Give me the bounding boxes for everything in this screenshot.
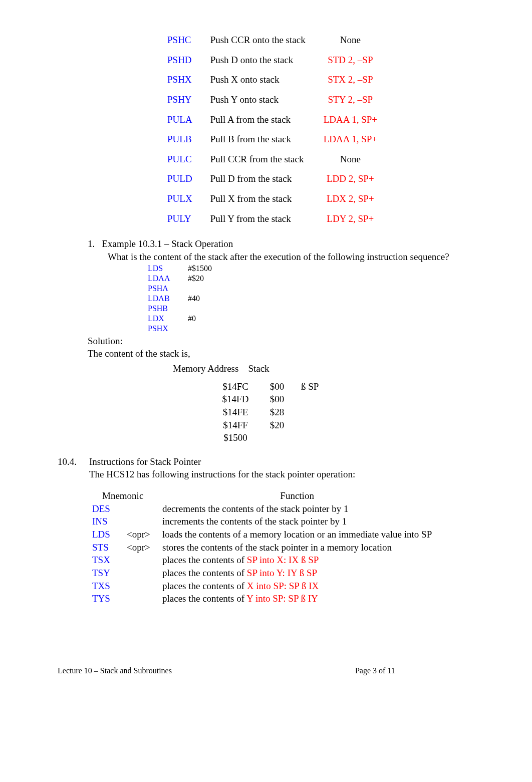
mnemonic-table-header: Mnemonic Function	[89, 489, 435, 502]
stack-op-mnemonic: PULY	[158, 209, 201, 229]
stack-op-row: PULDPull D from the stackLDD 2, SP+	[158, 169, 386, 189]
function-prefix: places the contents of	[162, 555, 247, 565]
mnemonic-row: TXSplaces the contents of X into SP: SP …	[89, 580, 435, 593]
memory-sp	[296, 406, 336, 419]
stack-op-mnemonic: PULC	[158, 149, 201, 169]
mnemonic-cell: TSX	[89, 554, 124, 567]
solution-label: Solution:	[58, 335, 487, 348]
stack-op-row: PULAPull A from the stackLDAA 1, SP+	[158, 110, 386, 130]
stack-op-equivalent: STD 2, –SP	[315, 50, 386, 70]
operand-cell	[124, 554, 159, 567]
example-heading: 1. Example 10.3.1 – Stack Operation	[58, 237, 487, 250]
operand-cell	[124, 502, 159, 515]
stack-op-desc: Push X onto stack	[201, 70, 315, 90]
function-red: SP into X: IX ß SP	[247, 555, 319, 565]
stack-op-equivalent: LDD 2, SP+	[315, 169, 386, 189]
mnemonic-row: DESdecrements the contents of the stack …	[89, 502, 435, 515]
mnemonic-header: Mnemonic	[89, 489, 159, 502]
stack-op-row: PSHXPush X onto stackSTX 2, –SP	[158, 70, 386, 90]
stack-op-equivalent: None	[315, 30, 386, 50]
memory-sp	[296, 393, 336, 406]
operand-cell	[124, 592, 159, 605]
function-red: SP into Y: IY ß SP	[247, 568, 317, 578]
stack-op-row: PULXPull X from the stackLDX 2, SP+	[158, 189, 386, 209]
mnemonic-cell: TXS	[89, 580, 124, 593]
memory-address: $1500	[213, 431, 258, 444]
footer-left: Lecture 10 – Stack and Subroutines	[58, 665, 268, 676]
function-cell: increments the contents of the stack poi…	[159, 515, 435, 528]
memory-row: $14FC$00ß SP	[213, 380, 336, 393]
memory-value: $20	[258, 419, 296, 432]
code-line: PSHA	[148, 284, 487, 294]
operand-cell	[124, 567, 159, 580]
memory-sp: ß SP	[296, 380, 336, 393]
code-line: LDAB#40	[148, 294, 487, 304]
function-red: Y into SP: SP ß IY	[246, 593, 318, 604]
stack-op-equivalent: LDY 2, SP+	[315, 209, 386, 229]
operand-cell	[124, 515, 159, 528]
stack-op-mnemonic: PSHC	[158, 30, 201, 50]
mnemonic-row: TSXplaces the contents of SP into X: IX …	[89, 554, 435, 567]
stack-op-desc: Pull X from the stack	[201, 189, 315, 209]
memory-row: $14FF$20	[213, 419, 336, 432]
code-arg: #40	[188, 294, 200, 303]
stack-op-row: PULBPull B from the stackLDAA 1, SP+	[158, 129, 386, 149]
stack-op-mnemonic: PULD	[158, 169, 201, 189]
code-mnemonic: LDS	[148, 264, 188, 274]
code-line: PSHX	[148, 324, 487, 334]
mem-head-stack: Stack	[248, 363, 269, 374]
code-arg: #0	[188, 314, 196, 323]
operand-cell: <opr>	[124, 541, 159, 554]
memory-value: $00	[258, 380, 296, 393]
function-header: Function	[159, 489, 435, 502]
section-10-4-heading: 10.4. Instructions for Stack Pointer	[58, 455, 487, 468]
function-cell: decrements the contents of the stack poi…	[159, 502, 435, 515]
function-cell: loads the contents of a memory location …	[159, 528, 435, 541]
stack-op-equivalent: None	[315, 149, 386, 169]
stack-ops-table: PSHCPush CCR onto the stackNonePSHDPush …	[158, 30, 386, 228]
code-arg: #$20	[188, 274, 204, 283]
code-mnemonic: LDX	[148, 314, 188, 324]
stack-op-row: PSHCPush CCR onto the stackNone	[158, 30, 386, 50]
page-footer: Lecture 10 – Stack and Subroutines Page …	[58, 665, 487, 676]
memory-table: $14FC$00ß SP$14FD$00$14FE$28$14FF$20$150…	[213, 380, 336, 444]
stack-op-mnemonic: PULA	[158, 110, 201, 130]
stack-op-equivalent: LDX 2, SP+	[315, 189, 386, 209]
mnemonic-row: INSincrements the contents of the stack …	[89, 515, 435, 528]
stack-op-equivalent: LDAA 1, SP+	[315, 129, 386, 149]
function-cell: stores the contents of the stack pointer…	[159, 541, 435, 554]
section-title: Instructions for Stack Pointer	[89, 455, 201, 468]
section-subtitle: The HCS12 has following instructions for…	[58, 468, 487, 481]
mnemonic-cell: STS	[89, 541, 124, 554]
stack-op-desc: Pull B from the stack	[201, 129, 315, 149]
memory-row: $14FE$28	[213, 406, 336, 419]
memory-address: $14FC	[213, 380, 258, 393]
memory-sp	[296, 431, 336, 444]
mnemonic-cell: INS	[89, 515, 124, 528]
code-mnemonic: PSHB	[148, 304, 188, 314]
mnemonic-cell: TSY	[89, 567, 124, 580]
memory-sp	[296, 419, 336, 432]
mnemonic-row: TSYplaces the contents of SP into Y: IY …	[89, 567, 435, 580]
stack-op-desc: Push Y onto stack	[201, 90, 315, 110]
example-title: Example 10.3.1 – Stack Operation	[102, 238, 233, 249]
function-prefix: places the contents of	[162, 568, 247, 578]
code-mnemonic: LDAA	[148, 274, 188, 284]
memory-row: $14FD$00	[213, 393, 336, 406]
mnemonic-row: STS<opr>stores the contents of the stack…	[89, 541, 435, 554]
mnemonic-row: TYSplaces the contents of Y into SP: SP …	[89, 592, 435, 605]
function-prefix: places the contents of	[162, 581, 247, 591]
memory-value	[258, 431, 296, 444]
stack-op-desc: Pull CCR from the stack	[201, 149, 315, 169]
mnemonic-row: LDS<opr>loads the contents of a memory l…	[89, 528, 435, 541]
content-label: The content of the stack is,	[58, 347, 487, 360]
stack-op-mnemonic: PULB	[158, 129, 201, 149]
mem-head-addr: Memory Address	[173, 363, 238, 374]
memory-table-header: Memory Address Stack	[58, 362, 487, 375]
code-line: PSHB	[148, 304, 487, 314]
stack-op-mnemonic: PSHX	[158, 70, 201, 90]
code-arg: #$1500	[188, 264, 212, 273]
stack-op-row: PULYPull Y from the stackLDY 2, SP+	[158, 209, 386, 229]
operand-cell: <opr>	[124, 528, 159, 541]
function-red: X into SP: SP ß IX	[247, 581, 319, 591]
